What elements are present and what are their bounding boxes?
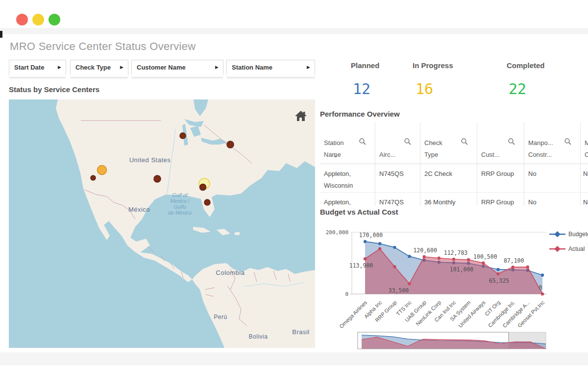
table-row: Appleton,N747QS36 MonthlyRRP GroupNoNo bbox=[320, 192, 588, 206]
data-point-budgeted[interactable] bbox=[393, 246, 396, 249]
map-country-label: Colombia bbox=[216, 269, 245, 276]
map-marker-maroon[interactable] bbox=[91, 175, 96, 180]
column-header-line2: Constr... bbox=[528, 149, 578, 161]
data-point-actual[interactable] bbox=[393, 265, 396, 268]
map-water-label: Golfo bbox=[173, 204, 186, 210]
service-centers-map[interactable]: United StatesMéxicoColombiaPerúBoliviaBr… bbox=[9, 99, 315, 348]
column-header-line2: Type bbox=[424, 149, 475, 161]
filter-customer-name[interactable]: Customer Name ▶ bbox=[131, 60, 223, 74]
table-cell[interactable]: No bbox=[524, 164, 581, 192]
data-point-label: 112,783 bbox=[444, 249, 468, 256]
data-point-label: 65,325 bbox=[489, 277, 510, 284]
footer-strip bbox=[0, 352, 588, 366]
data-point-label: 100,500 bbox=[473, 253, 497, 260]
kpi-in-progress-value: 16 bbox=[416, 80, 433, 98]
data-point-budgeted[interactable] bbox=[408, 255, 411, 258]
data-point-actual[interactable] bbox=[526, 266, 529, 269]
filter-check-type[interactable]: Check Type ▶ bbox=[70, 60, 128, 74]
map-water-label: Mexico / bbox=[170, 198, 190, 204]
x-axis-category-label[interactable]: Geosat Pvt.Inc bbox=[516, 299, 546, 329]
data-point-actual[interactable] bbox=[541, 293, 544, 295]
table-cell[interactable]: RRP Group bbox=[477, 192, 524, 206]
map-section-title: Status by Service Centers bbox=[9, 85, 99, 94]
data-point-budgeted[interactable] bbox=[541, 273, 544, 276]
data-point-actual[interactable] bbox=[511, 266, 514, 269]
data-point-budgeted[interactable] bbox=[364, 240, 367, 243]
performance-table: StationName▲ Airc...CheckType Cust...Man… bbox=[320, 122, 588, 206]
map-country-label: México bbox=[128, 206, 150, 213]
map-marker-maroon[interactable] bbox=[180, 133, 186, 139]
table-cell[interactable]: Appleton, Wisconsin bbox=[320, 164, 375, 192]
search-icon[interactable] bbox=[564, 138, 571, 145]
table-cell[interactable]: RRP Group bbox=[477, 164, 524, 192]
data-point-actual[interactable] bbox=[422, 255, 425, 258]
kpi-completed-label: Completed bbox=[507, 61, 545, 70]
search-icon[interactable] bbox=[508, 138, 515, 145]
data-point-label: 113,900 bbox=[349, 262, 373, 269]
x-axis-category-label[interactable]: United Airways bbox=[457, 299, 487, 329]
budget-vs-actual-chart: 200,0000170,000113,90033,500120,600112,7… bbox=[320, 220, 588, 350]
column-header[interactable]: Airc... bbox=[375, 122, 420, 164]
minimize-window-button[interactable] bbox=[32, 14, 44, 25]
filter-start-date[interactable]: Start Date ▶ bbox=[9, 60, 66, 74]
data-point-actual[interactable] bbox=[482, 261, 485, 264]
data-point-actual[interactable] bbox=[364, 257, 367, 260]
chevron-right-icon: ▶ bbox=[215, 65, 219, 70]
table-cell[interactable]: 36 Monthly bbox=[420, 192, 477, 206]
kpi-planned-value: 12 bbox=[353, 80, 370, 98]
maximize-window-button[interactable] bbox=[49, 14, 60, 25]
kpi-planned-label: Planned bbox=[351, 61, 379, 70]
column-header[interactable]: Cust... bbox=[477, 122, 524, 164]
y-axis-tick-label: 0 bbox=[345, 291, 348, 297]
table-cell[interactable]: No bbox=[581, 164, 588, 192]
data-point-actual[interactable] bbox=[452, 258, 455, 261]
map-marker-maroon[interactable] bbox=[200, 184, 206, 191]
kpi-completed-value: 22 bbox=[509, 80, 526, 98]
column-header-line1: M... bbox=[585, 137, 588, 149]
legend-item-actual[interactable]: Actual bbox=[549, 245, 585, 252]
column-header[interactable]: CheckType bbox=[420, 122, 477, 164]
search-icon[interactable] bbox=[359, 138, 366, 145]
map-country-label: Bolivia bbox=[249, 333, 268, 340]
table-cell[interactable]: N747QS bbox=[375, 192, 420, 206]
map-marker-maroon[interactable] bbox=[204, 199, 210, 205]
table-cell[interactable]: 2C Check bbox=[420, 164, 477, 192]
filter-label: Customer Name bbox=[137, 64, 186, 71]
chevron-right-icon: ▶ bbox=[307, 65, 310, 70]
data-point-label: 120,600 bbox=[413, 247, 437, 254]
close-window-button[interactable] bbox=[16, 14, 28, 25]
scroll-notch bbox=[0, 31, 2, 38]
data-point-actual[interactable] bbox=[496, 272, 499, 275]
column-header[interactable]: M...Co... bbox=[581, 122, 588, 164]
map-marker-maroon[interactable] bbox=[154, 175, 161, 182]
map-marker-maroon[interactable] bbox=[227, 141, 234, 148]
search-icon[interactable] bbox=[461, 138, 468, 145]
table-section-title: Performance Overview bbox=[320, 110, 400, 118]
page-title: MRO Service Center Status Overview bbox=[10, 40, 196, 53]
data-point-budgeted[interactable] bbox=[496, 268, 499, 271]
column-header-line2: Name bbox=[324, 149, 373, 161]
legend-item-budgeted[interactable]: Budgeted bbox=[549, 231, 588, 238]
table-cell[interactable]: Appleton, bbox=[320, 192, 375, 206]
filter-station-name[interactable]: Station Name ▶ bbox=[226, 60, 315, 74]
table-cell[interactable]: No bbox=[581, 192, 588, 206]
chevron-right-icon: ▶ bbox=[120, 65, 123, 70]
sort-ascending-icon: ▲ bbox=[334, 150, 338, 162]
data-point-label: 0 bbox=[539, 284, 542, 291]
table-cell[interactable]: N745QS bbox=[375, 164, 420, 192]
data-point-actual[interactable] bbox=[378, 247, 381, 250]
y-axis-tick-label: 200,000 bbox=[326, 229, 348, 236]
column-header[interactable]: Manpo...Constr... bbox=[524, 122, 581, 164]
search-icon[interactable] bbox=[404, 138, 411, 145]
data-point-actual[interactable] bbox=[408, 282, 411, 285]
map-water-label: de México bbox=[168, 210, 192, 216]
filter-label: Station Name bbox=[232, 64, 272, 71]
map-marker-orange[interactable] bbox=[98, 166, 107, 175]
chart-section-title: Budget vs Actual Cost bbox=[320, 208, 398, 216]
column-header[interactable]: StationName▲ bbox=[320, 122, 375, 164]
data-point-budgeted[interactable] bbox=[378, 242, 381, 245]
table-cell[interactable]: No bbox=[524, 192, 581, 206]
data-point-actual[interactable] bbox=[467, 258, 470, 261]
svg-text:Budgeted: Budgeted bbox=[568, 231, 588, 238]
data-point-actual[interactable] bbox=[438, 257, 441, 260]
